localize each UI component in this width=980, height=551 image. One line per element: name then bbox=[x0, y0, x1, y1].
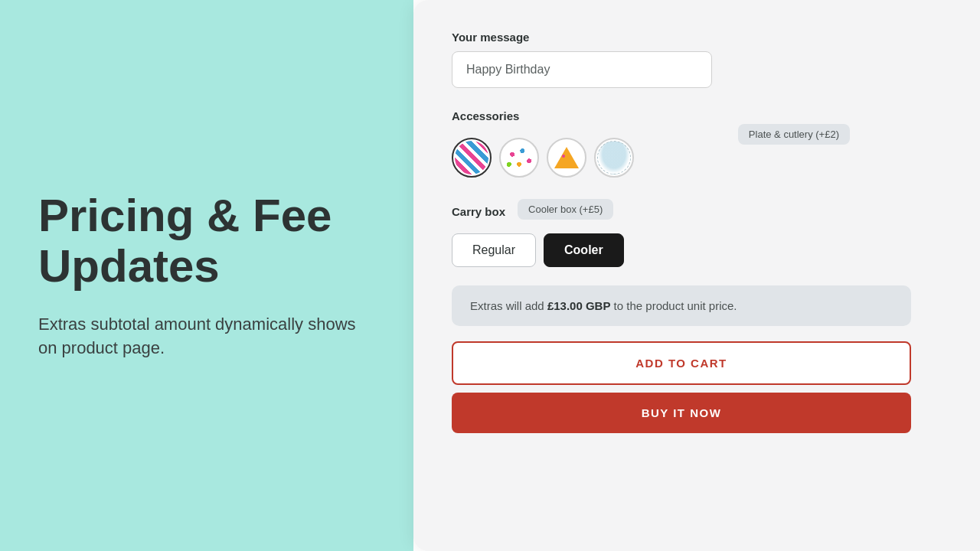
right-panel: Your message Accessories Plate & cutlery… bbox=[413, 0, 980, 551]
carry-box-header: Carry box Cooler box (+£5) bbox=[452, 199, 911, 224]
accessory-hat[interactable] bbox=[547, 138, 586, 178]
extras-suffix: to the product unit price. bbox=[610, 299, 737, 312]
message-input[interactable] bbox=[452, 51, 712, 88]
regular-button[interactable]: Regular bbox=[452, 233, 536, 267]
extras-amount: £13.00 GBP bbox=[547, 299, 611, 312]
left-panel: Pricing & Fee Updates Extras subtotal am… bbox=[0, 0, 413, 551]
accessory-confetti[interactable] bbox=[499, 138, 539, 178]
page-title: Pricing & Fee Updates bbox=[38, 191, 375, 292]
accessories-label: Accessories bbox=[452, 109, 911, 122]
buy-now-button[interactable]: BUY IT NOW bbox=[452, 393, 911, 433]
accessories-tooltip-badge: Plate & cutlery (+£2) bbox=[738, 124, 850, 145]
carry-box-options: Regular Cooler bbox=[452, 233, 911, 267]
accessory-striped[interactable] bbox=[452, 138, 492, 178]
your-message-section: Your message bbox=[452, 31, 911, 109]
carry-box-label: Carry box bbox=[452, 205, 505, 218]
cooler-button[interactable]: Cooler bbox=[544, 233, 624, 267]
accessory-none[interactable] bbox=[594, 138, 634, 178]
accessories-section: Accessories Plate & cutlery (+£2) bbox=[452, 109, 911, 178]
carry-box-section: Carry box Cooler box (+£5) Regular Coole… bbox=[452, 199, 911, 267]
extras-info: Extras will add £13.00 GBP to the produc… bbox=[452, 285, 911, 326]
accessories-tooltip-wrapper: Plate & cutlery (+£2) bbox=[738, 124, 850, 149]
carry-box-tooltip-badge: Cooler box (+£5) bbox=[518, 199, 613, 220]
page-subtitle: Extras subtotal amount dynamically shows… bbox=[38, 313, 375, 360]
product-card: Your message Accessories Plate & cutlery… bbox=[452, 31, 911, 433]
your-message-label: Your message bbox=[452, 31, 911, 44]
add-to-cart-button[interactable]: ADD TO CART bbox=[452, 341, 911, 385]
extras-prefix: Extras will add bbox=[470, 299, 547, 312]
